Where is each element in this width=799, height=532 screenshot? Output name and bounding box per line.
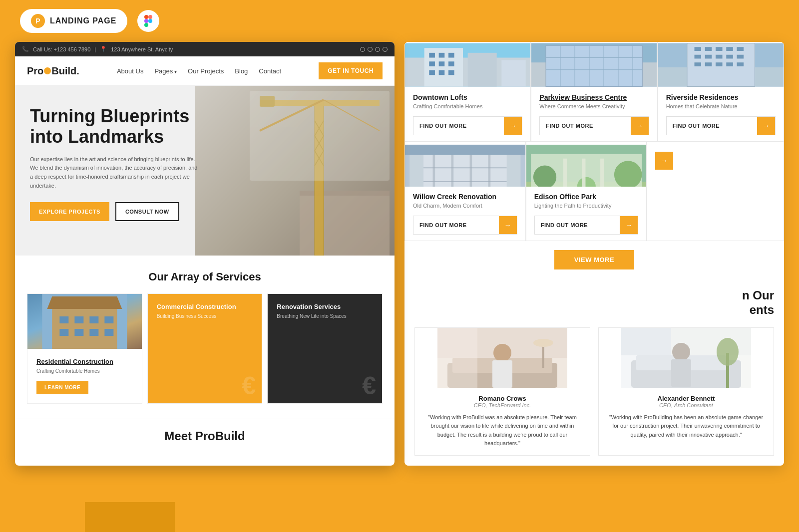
project-card-willow: Willow Creek Renovation Old Charm, Moder… xyxy=(404,142,526,241)
testimonials-section: Romano Crows CEO, TechForward Inc. "Work… xyxy=(404,317,784,466)
service-card-residential: Residential Construction Crafting Comfor… xyxy=(27,293,142,404)
svg-rect-39 xyxy=(448,53,454,58)
alexander-name: Alexander Bennett xyxy=(606,395,767,402)
svg-rect-85 xyxy=(451,154,454,187)
downtown-body: Downtown Lofts Crafting Comfortable Home… xyxy=(405,87,530,141)
residential-desc: Crafting Comfortable Homes xyxy=(36,368,133,374)
riverside-find-out-button[interactable]: → xyxy=(757,117,775,135)
downtown-find-out-button[interactable]: → xyxy=(504,117,522,135)
svg-rect-84 xyxy=(433,154,435,187)
svg-rect-67 xyxy=(694,55,701,59)
svg-rect-2 xyxy=(144,19,148,23)
svg-rect-28 xyxy=(74,329,83,336)
right-panel-inner: Downtown Lofts Crafting Comfortable Home… xyxy=(404,42,784,466)
riverside-title: Riverside Residences xyxy=(666,93,776,101)
explore-projects-button[interactable]: EXPLORE PROJECTS xyxy=(30,202,109,221)
renovation-content: Renovation Services Breathing New Life i… xyxy=(268,294,382,335)
willow-find-out-text: FIND OUT MORE xyxy=(413,218,499,232)
svg-rect-40 xyxy=(429,61,435,66)
romano-name: Romano Crows xyxy=(422,395,583,402)
edison-image xyxy=(526,142,647,187)
browser-circles xyxy=(360,47,388,52)
downtown-find-out-row: FIND OUT MORE → xyxy=(413,116,522,135)
svg-point-104 xyxy=(533,339,553,347)
svg-point-106 xyxy=(493,344,511,362)
svg-rect-70 xyxy=(726,55,733,59)
circle-1 xyxy=(360,47,365,52)
svg-rect-3 xyxy=(144,23,148,27)
nav-contact[interactable]: Contact xyxy=(259,67,281,75)
romano-quote: "Working with ProBuild was an absolute p… xyxy=(422,413,583,448)
parkview-body: Parkview Business Centre Where Commerce … xyxy=(531,87,657,141)
svg-rect-27 xyxy=(59,329,68,336)
alexander-body: Alexander Bennett CEO, Arch Consultant "… xyxy=(599,388,774,447)
testimonials-grid: Romano Crows CEO, TechForward Inc. "Work… xyxy=(414,327,774,456)
testimonial-alexander: Alexander Bennett CEO, Arch Consultant "… xyxy=(598,327,774,456)
willow-find-out-button[interactable]: → xyxy=(499,216,517,234)
alexander-quote: "Working with ProBuilding has been an ab… xyxy=(606,413,767,440)
downtown-find-out-text: FIND OUT MORE xyxy=(413,119,504,133)
svg-rect-96 xyxy=(563,159,567,187)
svg-rect-64 xyxy=(716,47,723,51)
parkview-find-out-text: FIND OUT MORE xyxy=(540,119,630,133)
view-more-button[interactable]: VIEW MORE xyxy=(554,250,634,269)
testimonials-title-area: n Our ents xyxy=(742,288,774,317)
svg-rect-26 xyxy=(104,316,113,323)
phone-info: Call Us: +123 456 7890 xyxy=(33,46,90,52)
svg-rect-74 xyxy=(716,62,723,66)
service-card-renovation: Renovation Services Breathing New Life i… xyxy=(267,293,383,404)
svg-point-114 xyxy=(717,338,739,366)
riverside-find-out-row: FIND OUT MORE → xyxy=(666,116,776,135)
svg-rect-38 xyxy=(439,53,445,58)
parkview-find-out-button[interactable]: → xyxy=(631,117,649,135)
consult-now-button[interactable]: CONSULT NOW xyxy=(115,202,179,221)
svg-rect-71 xyxy=(737,55,744,59)
landing-badge: P LANDING PAGE xyxy=(20,9,127,33)
willow-title: Willow Creek Renovation xyxy=(413,193,517,201)
extra-arrow-button[interactable]: → xyxy=(655,152,673,170)
nav-pages[interactable]: Pages xyxy=(154,67,177,75)
nav-blog[interactable]: Blog xyxy=(235,67,248,75)
commercial-title: Commercial Construction xyxy=(157,303,253,310)
svg-rect-42 xyxy=(448,61,454,66)
get-in-touch-button[interactable]: GET IN TOUCH xyxy=(319,62,383,79)
hero-desc: Our expertise lies in the art and scienc… xyxy=(30,155,200,190)
svg-rect-69 xyxy=(716,55,723,59)
svg-rect-75 xyxy=(726,62,733,66)
svg-point-115 xyxy=(672,343,690,361)
edison-find-out-button[interactable]: → xyxy=(620,216,638,234)
site-nav: ProBuild. About Us Pages Our Projects Bl… xyxy=(15,56,395,86)
projects-row-2: Willow Creek Renovation Old Charm, Moder… xyxy=(404,142,784,241)
svg-rect-97 xyxy=(582,159,585,187)
nav-about[interactable]: About Us xyxy=(117,67,143,75)
residential-content: Residential Construction Crafting Comfor… xyxy=(27,349,142,403)
svg-rect-45 xyxy=(448,70,454,75)
badge-label: LANDING PAGE xyxy=(50,16,116,25)
svg-rect-36 xyxy=(501,60,525,86)
svg-rect-73 xyxy=(705,62,712,66)
svg-rect-0 xyxy=(144,15,148,19)
nav-projects[interactable]: Our Projects xyxy=(188,67,224,75)
testimonials-header: n Our ents xyxy=(404,278,784,317)
parkview-subtitle: Where Commerce Meets Creativity xyxy=(539,103,649,109)
testimonial-romano: Romano Crows CEO, TechForward Inc. "Work… xyxy=(414,327,590,456)
downtown-subtitle: Crafting Comfortable Homes xyxy=(413,103,522,109)
svg-rect-24 xyxy=(74,316,83,323)
top-bar: P LANDING PAGE xyxy=(0,0,799,42)
svg-rect-41 xyxy=(439,61,445,66)
parkview-image xyxy=(531,42,657,87)
commercial-desc: Building Business Success xyxy=(157,313,253,319)
willow-image xyxy=(405,142,525,187)
figma-icon xyxy=(137,10,159,32)
svg-rect-35 xyxy=(468,53,497,87)
browser-bar: 📞 Call Us: +123 456 7890 | 📍 123 Anywher… xyxy=(15,42,395,56)
renovation-number: € xyxy=(362,373,376,398)
site-nav-links: About Us Pages Our Projects Blog Contact xyxy=(117,67,281,75)
learn-more-button[interactable]: LEARN MORE xyxy=(36,381,88,394)
willow-subtitle: Old Charm, Modern Comfort xyxy=(413,203,517,209)
svg-rect-98 xyxy=(600,159,604,187)
svg-rect-63 xyxy=(705,47,712,51)
site-logo: ProBuild. xyxy=(27,65,79,77)
svg-marker-31 xyxy=(47,296,122,309)
svg-rect-72 xyxy=(694,62,701,66)
